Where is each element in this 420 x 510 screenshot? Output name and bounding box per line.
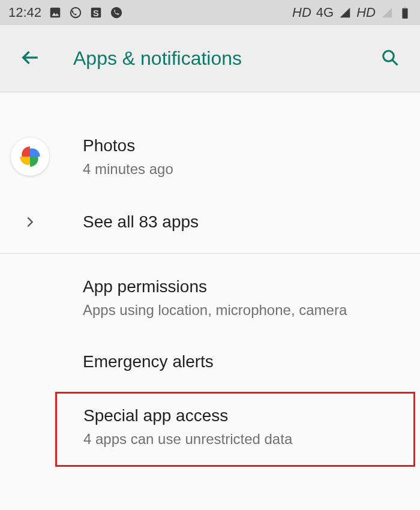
row-title: App permissions — [83, 275, 408, 298]
search-button[interactable] — [377, 46, 403, 72]
row-title: Special app access — [83, 404, 403, 427]
status-time: 12:42 — [8, 5, 41, 20]
app-s-icon: S — [89, 6, 103, 19]
svg-point-2 — [71, 8, 81, 18]
row-subtitle: Apps using location, microphone, camera — [83, 301, 408, 320]
sim2-hd-label: HD — [356, 5, 376, 20]
page-title: Apps & notifications — [73, 47, 242, 70]
app-row-photos[interactable]: Photos 4 minutes ago — [0, 128, 420, 196]
svg-rect-8 — [402, 8, 407, 19]
svg-point-11 — [383, 50, 394, 61]
whatsapp-icon — [69, 6, 82, 19]
content: Photos 4 minutes ago See all 83 apps App… — [0, 92, 420, 467]
see-all-label: See all 83 apps — [83, 211, 408, 233]
svg-rect-0 — [50, 8, 61, 18]
photos-app-icon — [11, 137, 49, 176]
sim1-hd-label: HD — [292, 5, 311, 20]
emergency-alerts-row[interactable]: Emergency alerts — [0, 333, 420, 391]
svg-text:S: S — [93, 8, 99, 18]
back-button[interactable] — [17, 46, 43, 72]
row-title: Emergency alerts — [83, 350, 408, 373]
chevron-right-icon — [23, 215, 37, 229]
app-row-subtitle: 4 minutes ago — [83, 160, 408, 179]
signal-empty-icon — [380, 6, 394, 19]
picture-icon — [49, 6, 62, 19]
svg-marker-7 — [382, 8, 392, 18]
row-subtitle: 4 apps can use unrestricted data — [83, 430, 403, 449]
battery-icon — [398, 6, 412, 19]
status-left: 12:42 S — [8, 5, 123, 20]
arrow-left-icon — [20, 47, 40, 70]
svg-marker-6 — [340, 8, 350, 18]
svg-point-5 — [111, 7, 122, 18]
sim1-net-type: 4G — [316, 5, 334, 20]
see-all-apps-row[interactable]: See all 83 apps — [0, 196, 420, 253]
app-bar: Apps & notifications — [0, 25, 420, 92]
app-row-title: Photos — [83, 134, 408, 157]
status-bar: 12:42 S HD 4G HD — [0, 0, 420, 25]
search-icon — [381, 49, 399, 69]
signal-full-icon — [338, 6, 352, 19]
svg-rect-9 — [404, 7, 406, 8]
status-right: HD 4G HD — [292, 5, 412, 20]
special-app-access-row[interactable]: Special app access 4 apps can use unrest… — [55, 392, 415, 466]
app-permissions-row[interactable]: App permissions Apps using location, mic… — [0, 254, 420, 333]
phone-icon — [110, 6, 123, 19]
svg-line-12 — [392, 59, 398, 65]
